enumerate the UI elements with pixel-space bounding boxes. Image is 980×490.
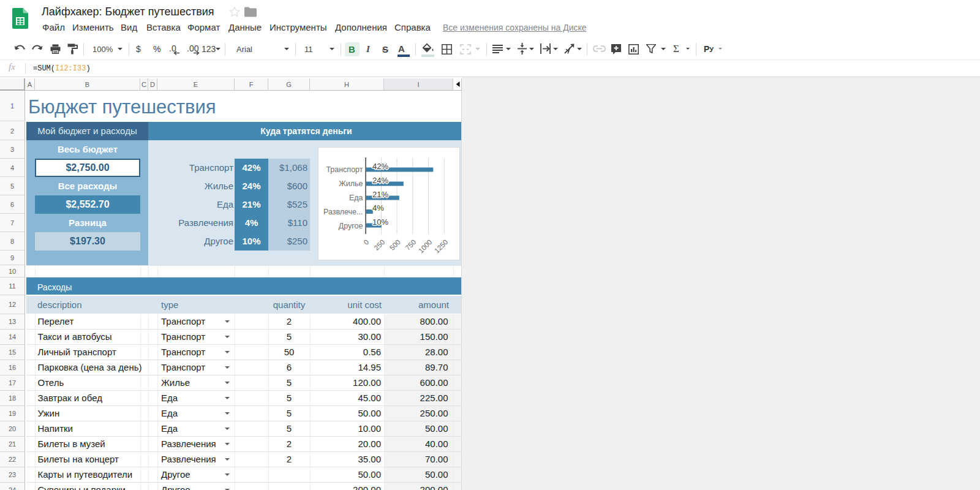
svg-text:21%: 21% <box>372 190 388 199</box>
svg-text:750: 750 <box>404 238 417 252</box>
svg-text:4%: 4% <box>372 203 384 213</box>
svg-text:1250: 1250 <box>433 238 450 255</box>
svg-text:42%: 42% <box>372 162 388 171</box>
svg-text:Еда: Еда <box>349 194 363 202</box>
svg-text:Жилье: Жилье <box>339 179 363 188</box>
svg-text:1000: 1000 <box>417 238 434 255</box>
svg-text:500: 500 <box>388 238 402 252</box>
svg-text:250: 250 <box>372 238 386 252</box>
svg-text:Другое: Другое <box>339 222 363 230</box>
svg-text:Развлече...: Развлече... <box>323 208 363 216</box>
svg-text:Транспорт: Транспорт <box>326 165 363 174</box>
svg-text:10%: 10% <box>372 217 388 227</box>
svg-text:0: 0 <box>362 238 370 246</box>
svg-text:24%: 24% <box>372 176 388 185</box>
